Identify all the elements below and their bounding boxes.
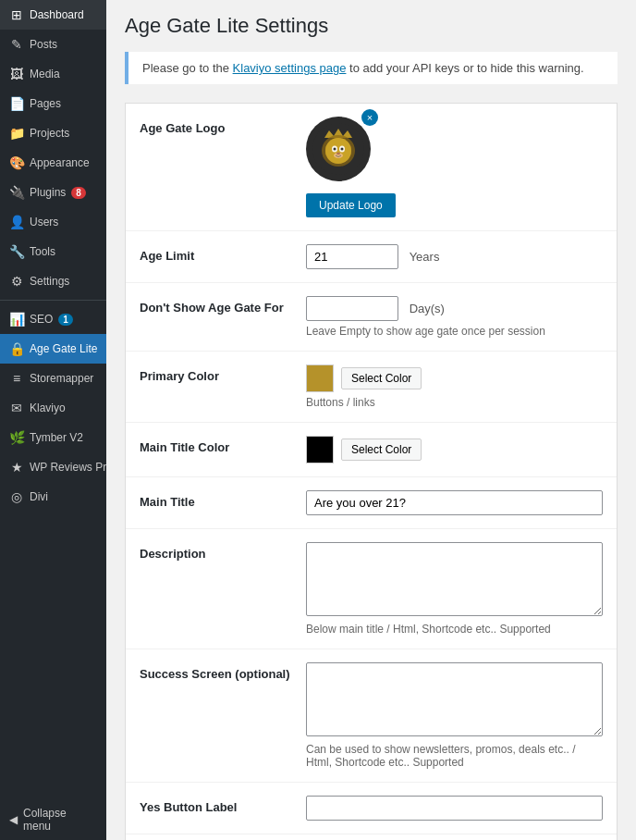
main-title-color-swatch (306, 436, 334, 463)
main-title-color-btn[interactable]: Select Color (341, 439, 422, 461)
dashboard-icon: ⊞ (9, 7, 24, 22)
success-screen-help: Can be used to show newsletters, promos,… (306, 743, 603, 769)
logo-row: Age Gate Logo (126, 104, 617, 231)
success-screen-label: Success Screen (optional) (140, 662, 306, 681)
tymber-icon: 🌿 (9, 430, 24, 445)
no-button-row: No Button Label (126, 834, 617, 840)
sidebar-item-posts[interactable]: ✎ Posts (0, 30, 106, 59)
main-title-color-control: Select Color (306, 436, 603, 463)
sidebar-item-wp-reviews-pro[interactable]: ★ WP Reviews Pro (0, 452, 106, 482)
yes-button-row: Yes Button Label (126, 783, 617, 834)
divi-icon: ◎ (9, 489, 24, 504)
sidebar-item-label: Storemapper (30, 372, 93, 385)
main-title-input[interactable] (306, 490, 603, 515)
seo-badge: 1 (58, 314, 73, 326)
sidebar-item-label: Appearance (30, 156, 90, 169)
media-icon: 🖼 (9, 67, 24, 81)
sidebar-item-label: SEO (30, 313, 53, 326)
sidebar-item-label: Users (30, 216, 58, 229)
sidebar-item-seo[interactable]: 📊 SEO 1 (0, 304, 106, 334)
primary-color-help: Buttons / links (306, 396, 603, 409)
users-icon: 👤 (9, 215, 24, 229)
sidebar-item-tymber-v2[interactable]: 🌿 Tymber V2 (0, 423, 106, 452)
sidebar-item-label: Klaviyo (30, 401, 66, 414)
description-row: Description Below main title / Html, Sho… (126, 529, 617, 649)
notice-text-after: to add your API keys or to hide this war… (346, 61, 583, 75)
page-title: Age Gate Lite Settings (125, 14, 618, 38)
sidebar-item-media[interactable]: 🖼 Media (0, 59, 106, 89)
primary-color-control: Select Color Buttons / links (306, 364, 603, 409)
description-help: Below main title / Html, Shortcode etc..… (306, 623, 603, 636)
main-content: Age Gate Lite Settings Please go to the … (106, 0, 636, 840)
notice-text: Please go to the (142, 61, 233, 75)
sidebar-item-tools[interactable]: 🔧 Tools (0, 237, 106, 266)
description-control: Below main title / Html, Shortcode etc..… (306, 542, 603, 636)
sidebar-item-users[interactable]: 👤 Users (0, 207, 106, 237)
sidebar-item-projects[interactable]: 📁 Projects (0, 118, 106, 148)
sidebar-item-age-gate-lite[interactable]: 🔒 Age Gate Lite (0, 334, 106, 364)
pages-icon: 📄 (9, 96, 24, 111)
dont-show-row: Don't Show Age Gate For Day(s) Leave Emp… (126, 283, 617, 352)
dont-show-unit: Day(s) (410, 302, 445, 315)
main-title-color-row: Main Title Color Select Color (126, 423, 617, 477)
projects-icon: 📁 (9, 126, 24, 141)
primary-color-btn[interactable]: Select Color (341, 367, 422, 389)
sidebar-item-storemapper[interactable]: ≡ Storemapper (0, 364, 106, 393)
appearance-icon: 🎨 (9, 155, 24, 170)
wp-reviews-icon: ★ (9, 460, 24, 475)
sidebar-item-pages[interactable]: 📄 Pages (0, 89, 106, 118)
lion-svg (311, 121, 366, 177)
logo-close-button[interactable]: × (361, 109, 378, 126)
collapse-menu[interactable]: ◀ Collapse menu (0, 799, 106, 840)
svg-point-10 (336, 153, 340, 154)
sidebar-item-dashboard[interactable]: ⊞ Dashboard (0, 0, 106, 30)
sidebar-item-appearance[interactable]: 🎨 Appearance (0, 148, 106, 178)
success-screen-control: Can be used to show newsletters, promos,… (306, 662, 603, 769)
primary-color-row: Primary Color Select Color Buttons / lin… (126, 352, 617, 423)
sidebar-item-label: Plugins (30, 186, 66, 199)
sidebar-item-label: Media (30, 68, 60, 80)
sidebar-item-label: WP Reviews Pro (30, 461, 106, 474)
age-limit-control: Years (306, 244, 603, 269)
sidebar-item-label: Divi (30, 490, 48, 503)
description-textarea[interactable] (306, 542, 603, 616)
yes-button-control (306, 796, 603, 821)
settings-form: Age Gate Logo (125, 103, 618, 840)
sidebar-item-settings[interactable]: ⚙ Settings (0, 266, 106, 296)
age-gate-icon: 🔒 (9, 341, 24, 356)
primary-color-swatch (306, 364, 334, 392)
success-screen-textarea[interactable] (306, 662, 603, 736)
posts-icon: ✎ (9, 37, 24, 52)
sidebar-item-label: Pages (30, 97, 61, 110)
svg-point-4 (325, 138, 351, 164)
color-row-primary: Select Color (306, 364, 603, 392)
primary-color-label: Primary Color (140, 364, 306, 383)
sidebar-divider (0, 300, 106, 301)
main-title-color-label: Main Title Color (140, 436, 306, 454)
logo-label: Age Gate Logo (140, 117, 306, 135)
sidebar-item-plugins[interactable]: 🔌 Plugins 8 (0, 178, 106, 207)
settings-icon: ⚙ (9, 274, 24, 289)
plugins-badge: 8 (71, 187, 86, 199)
sidebar: ⊞ Dashboard ✎ Posts 🖼 Media 📄 Pages 📁 Pr… (0, 0, 106, 840)
notice-banner: Please go to the Klaviyo settings page t… (125, 52, 618, 84)
age-limit-label: Age Limit (140, 244, 306, 263)
logo-control: × Update Logo (306, 117, 603, 217)
description-label: Description (140, 542, 306, 561)
age-limit-row: Age Limit Years (126, 231, 617, 283)
sidebar-item-divi[interactable]: ◎ Divi (0, 482, 106, 512)
age-limit-input[interactable] (306, 244, 398, 269)
sidebar-item-label: Dashboard (30, 8, 84, 21)
color-row-title: Select Color (306, 436, 603, 463)
main-title-control (306, 490, 603, 515)
update-logo-button[interactable]: Update Logo (306, 193, 396, 217)
svg-point-7 (334, 148, 336, 151)
success-screen-row: Success Screen (optional) Can be used to… (126, 649, 617, 783)
sidebar-item-label: Posts (30, 38, 57, 51)
yes-button-input[interactable] (306, 796, 603, 821)
plugins-icon: 🔌 (9, 185, 24, 200)
dont-show-input[interactable] (306, 296, 398, 321)
yes-button-label: Yes Button Label (140, 796, 306, 814)
klaviyo-settings-link[interactable]: Klaviyo settings page (233, 61, 347, 75)
sidebar-item-klaviyo[interactable]: ✉ Klaviyo (0, 393, 106, 423)
